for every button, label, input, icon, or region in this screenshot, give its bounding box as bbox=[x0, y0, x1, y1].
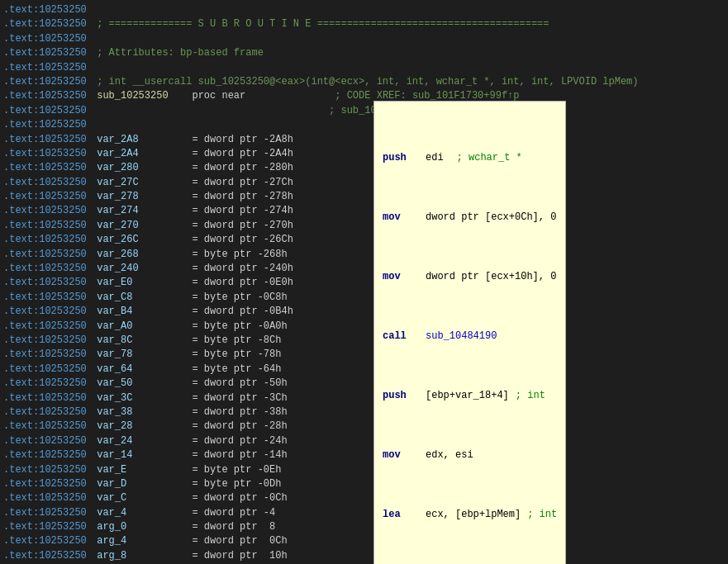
code-line: .text:10253250 var_8C = byte ptr -8Ch bbox=[0, 334, 728, 348]
code-line: .text:10253250 var_C8 = byte ptr -0C8h bbox=[0, 291, 728, 305]
popup-line: mov edx, esi bbox=[383, 448, 557, 462]
code-line: .text:10253250 ; ============== S U B R … bbox=[0, 17, 728, 31]
popup-args: dword ptr [ecx+10h], 0 bbox=[426, 269, 556, 284]
code-line: .text:10253250 ; sub_10252F80+137↑p ... bbox=[0, 104, 728, 118]
popup-opcode: call bbox=[383, 329, 426, 344]
popup-comment: ; int bbox=[527, 507, 557, 522]
code-line: .text:10253250 bbox=[0, 3, 728, 17]
code-line: .text:10253250 var_A0 = byte ptr -0A0h bbox=[0, 320, 728, 334]
popup-line: push edi ; wchar_t * bbox=[383, 150, 557, 165]
code-line: .text:10253250 var_B4 = dword ptr -0B4h bbox=[0, 305, 728, 319]
code-view: .text:10253250 .text:10253250 ; ========… bbox=[0, 0, 728, 564]
code-line: .text:10253250 arg_8 = dword ptr 10h bbox=[0, 549, 728, 563]
code-line: .text:10253250 arg_0 = dword ptr 8 bbox=[0, 520, 728, 534]
popup-opcode: push bbox=[383, 388, 426, 403]
popup-opcode: mov bbox=[383, 448, 426, 462]
code-line: .text:10253250 var_64 = byte ptr -64h bbox=[0, 363, 728, 377]
popup-args: sub_10484190 bbox=[426, 329, 497, 344]
code-line: .text:10253250 sub_10253250 proc near ; … bbox=[0, 89, 728, 103]
code-line: .text:10253250 bbox=[0, 32, 728, 46]
code-line: .text:10253250 var_78 = byte ptr -78h bbox=[0, 348, 728, 362]
code-line: .text:10253250 var_28 = dword ptr -28h bbox=[0, 419, 728, 434]
code-line: .text:10253250 var_274 = dword ptr -274h bbox=[0, 204, 728, 218]
code-line: .text:10253250 bbox=[0, 61, 728, 75]
popup-opcode: lea bbox=[383, 507, 426, 522]
code-line: .text:10253250 var_D = byte ptr -0Dh bbox=[0, 477, 728, 491]
popup-args: edx, esi bbox=[426, 448, 473, 462]
popup-args: ecx, [ebp+lpMem] bbox=[426, 507, 521, 522]
popup-comment: ; wchar_t * bbox=[457, 150, 522, 165]
code-line: .text:10253250 var_240 = dword ptr -240h bbox=[0, 262, 728, 276]
popup-args: edi bbox=[426, 150, 444, 165]
code-line: .text:10253250 var_E = byte ptr -0Eh bbox=[0, 463, 728, 477]
popup-line: lea ecx, [ebp+lpMem] ; int bbox=[383, 507, 557, 522]
popup-args: dword ptr [ecx+0Ch], 0 bbox=[426, 210, 556, 225]
popup-line: push [ebp+var_18+4] ; int bbox=[383, 388, 557, 403]
code-line: .text:10253250 ; int __usercall sub_1025… bbox=[0, 75, 728, 89]
code-line: .text:10253250 var_2A8 = dword ptr -2A8h bbox=[0, 133, 728, 147]
popup-line: mov dword ptr [ecx+0Ch], 0 bbox=[383, 210, 557, 225]
popup-line: mov dword ptr [ecx+10h], 0 bbox=[383, 269, 557, 284]
code-line: .text:10253250 var_268 = byte ptr -268h bbox=[0, 248, 728, 262]
code-line: .text:10253250 var_50 = dword ptr -50h bbox=[0, 377, 728, 391]
code-line: .text:10253250 var_278 = dword ptr -278h bbox=[0, 190, 728, 204]
popup-tooltip: push edi ; wchar_t * mov dword ptr [ecx+… bbox=[374, 101, 566, 564]
popup-line: call sub_10484190 bbox=[383, 329, 557, 344]
code-line: .text:10253250 var_14 = dword ptr -14h bbox=[0, 448, 728, 462]
code-line: .text:10253250 var_E0 = dword ptr -0E0h bbox=[0, 276, 728, 290]
popup-comment: ; int bbox=[516, 388, 545, 403]
popup-opcode: mov bbox=[383, 210, 426, 225]
code-line: .text:10253250 var_26C = dword ptr -26Ch bbox=[0, 233, 728, 247]
code-line: .text:10253250 var_24 = dword ptr -24h bbox=[0, 434, 728, 448]
code-line: .text:10253250 var_C = dword ptr -0Ch bbox=[0, 491, 728, 505]
popup-opcode: push bbox=[383, 150, 426, 165]
code-line: .text:10253250 ; Attributes: bp-based fr… bbox=[0, 46, 728, 60]
code-line: .text:10253250 var_3C = dword ptr -3Ch bbox=[0, 391, 728, 405]
popup-opcode: mov bbox=[383, 269, 426, 284]
popup-args: [ebp+var_18+4] bbox=[426, 388, 509, 403]
code-line: .text:10253250 bbox=[0, 118, 728, 132]
code-line: .text:10253250 var_280 = dword ptr -280h bbox=[0, 161, 728, 175]
code-line: .text:10253250 var_38 = dword ptr -38h bbox=[0, 405, 728, 419]
code-line: .text:10253250 var_270 = dword ptr -270h bbox=[0, 219, 728, 233]
code-line: .text:10253250 var_2A4 = dword ptr -2A4h bbox=[0, 147, 728, 161]
code-line: .text:10253250 var_27C = dword ptr -27Ch bbox=[0, 176, 728, 190]
code-line: .text:10253250 arg_4 = dword ptr 0Ch bbox=[0, 534, 728, 548]
code-line: .text:10253250 var_4 = dword ptr -4 bbox=[0, 506, 728, 520]
